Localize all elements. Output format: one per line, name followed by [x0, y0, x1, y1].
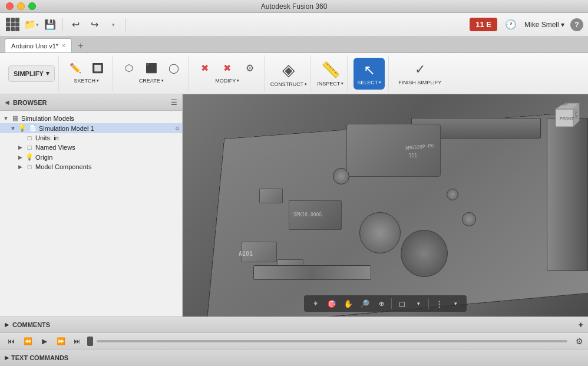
app-title: Autodesk Fusion 360	[261, 2, 328, 11]
select-icon: ↖	[364, 62, 375, 78]
help-button[interactable]: ?	[570, 18, 583, 31]
finish-icon: ✓	[415, 62, 425, 77]
finish-group: ✓ FINISH SIMPLIFY	[391, 55, 448, 92]
tab-bar: Arduino Uno v1* × +	[0, 37, 588, 53]
create-btn-1[interactable]: ⬡	[118, 61, 140, 75]
tab-close-button[interactable]: ×	[62, 42, 65, 49]
pcb-small-chip-2	[259, 189, 283, 203]
timeline-marker[interactable]	[87, 337, 93, 346]
pcb-cap-large-1	[359, 212, 401, 253]
skip-to-start-button[interactable]: ⏮	[5, 336, 18, 347]
look-at-button[interactable]: 🎯	[324, 297, 339, 310]
minimize-button[interactable]	[17, 2, 25, 10]
new-tab-button[interactable]: +	[74, 39, 87, 52]
svg-text:FRONT: FRONT	[560, 117, 574, 121]
display-mode-arrow[interactable]: ▾	[411, 297, 426, 310]
finish-simplify-button[interactable]: ✓ FINISH SIMPLIFY	[395, 58, 445, 90]
separator-2	[125, 18, 126, 31]
separator	[62, 18, 63, 31]
construct-icon: ◈	[282, 60, 295, 80]
viewport[interactable]: AMG328P-PU 111 SPK16.000G A101 FRON	[183, 94, 588, 316]
maximize-button[interactable]	[28, 2, 36, 10]
tree-item-origin[interactable]: ▶ 💡 Origin	[0, 152, 182, 162]
inspect-button[interactable]: INSPECT ▾	[317, 81, 343, 87]
comments-add-button[interactable]: +	[579, 320, 583, 329]
text-commands-label: TEXT COMMANDS	[11, 354, 68, 361]
text-commands-bar: ▶ TEXT COMMANDS	[0, 349, 588, 366]
pcb-small-cap-2	[462, 212, 476, 226]
main-content: ◀ BROWSER ☰ ▼ ▦ Simulation Models ▼ 💡 📄 …	[0, 94, 588, 316]
tree-item-sim-model-1[interactable]: ▼ 💡 📄 Simulation Model 1 ⚙	[0, 123, 182, 133]
modify-button[interactable]: MODIFY ▾	[212, 76, 243, 85]
construct-group: ◈ CONSTRUCT ▾	[267, 55, 312, 92]
create-button[interactable]: CREATE ▾	[136, 76, 167, 85]
view-cube-svg: FRONT RIGHT TOP	[547, 100, 582, 136]
select-button[interactable]: ↖ SELECT ▾	[354, 58, 385, 90]
simplify-button[interactable]: SIMPLIFY ▾	[8, 65, 55, 82]
sketch-btn-1[interactable]: ✏️	[65, 61, 86, 75]
file-button[interactable]: 📁▾	[24, 17, 39, 32]
save-button[interactable]: 💾	[42, 17, 58, 32]
close-button[interactable]	[6, 2, 14, 10]
tab-label: Arduino Uno v1*	[11, 42, 58, 50]
create-btn-2[interactable]: ⬛	[141, 61, 162, 75]
create-btn-3[interactable]: ◯	[163, 61, 184, 75]
window-controls	[6, 2, 36, 10]
playback-settings-button[interactable]: ⚙	[576, 337, 583, 346]
title-bar: Autodesk Fusion 360	[0, 0, 588, 13]
browser-header: ◀ BROWSER ☰	[0, 94, 182, 111]
playback-bar: ⏮ ⏪ ▶ ⏩ ⏭ ⚙	[0, 333, 588, 349]
view-cube[interactable]: FRONT RIGHT TOP	[547, 100, 582, 136]
inspect-group: 📏 INSPECT ▾	[313, 55, 348, 92]
redo-button[interactable]: ↪	[87, 17, 102, 32]
play-button[interactable]: ▶	[38, 336, 51, 347]
sketch-button[interactable]: SKETCH ▾	[70, 76, 103, 85]
clock-button[interactable]: 🕐	[503, 17, 518, 32]
pcb-connector-right	[547, 118, 588, 271]
step-forward-button[interactable]: ⏩	[54, 336, 67, 347]
sketch-group: ✏️ 🔲 SKETCH ▾	[61, 55, 113, 92]
step-back-button[interactable]: ⏪	[21, 336, 34, 347]
browser-panel: ◀ BROWSER ☰ ▼ ▦ Simulation Models ▼ 💡 📄 …	[0, 94, 183, 316]
svg-text:RIGHT: RIGHT	[574, 110, 578, 119]
modify-btn-3[interactable]: ⚙	[239, 61, 260, 75]
sketch-btn-2[interactable]: 🔲	[87, 61, 108, 75]
comments-bar: ▶ COMMENTS +	[0, 316, 588, 333]
view-options-arrow[interactable]: ▾	[448, 297, 463, 310]
undo-button[interactable]: ↩	[68, 17, 83, 32]
modify-group: ✖ ✖ ⚙ MODIFY ▾	[191, 55, 265, 92]
pan-button[interactable]: ✋	[341, 297, 356, 310]
browser-toggle[interactable]: ◀	[5, 99, 9, 105]
orbit-button[interactable]: ⌖	[308, 297, 323, 310]
inspect-icon: 📏	[321, 61, 340, 79]
timer-badge: 11 E	[470, 18, 497, 31]
comments-arrow[interactable]: ▶	[5, 322, 9, 328]
simplify-group: SIMPLIFY ▾	[5, 55, 59, 92]
zoom-fit-button[interactable]: 🔎	[357, 297, 372, 310]
modify-btn-2[interactable]: ✖	[217, 61, 238, 75]
undo-arrow[interactable]: ▾	[105, 17, 121, 32]
tree-item-named-views[interactable]: ▶ □ Named Views	[0, 143, 182, 152]
pcb-small-cap-1	[333, 168, 349, 184]
main-toolbar: 📁▾ 💾 ↩ ↪ ▾ 11 E 🕐 Mike Smell ▾ ?	[0, 13, 588, 37]
timeline-bar[interactable]	[97, 340, 567, 342]
display-mode-button[interactable]: ◻	[394, 297, 409, 310]
tree-item-model-components[interactable]: ▶ □ Model Components	[0, 162, 182, 172]
tree-item-sim-models[interactable]: ▼ ▦ Simulation Models	[0, 113, 182, 123]
pcb-spk-module	[289, 200, 342, 230]
active-tab[interactable]: Arduino Uno v1* ×	[5, 38, 72, 52]
zoom-in-button[interactable]: ⊕	[374, 297, 389, 310]
create-group: ⬡ ⬛ ◯ CREATE ▾	[115, 55, 189, 92]
viewport-bottom-toolbar: ⌖ 🎯 ✋ 🔎 ⊕ ◻ ▾ ⋮ ▾	[304, 295, 467, 312]
pcb-small-cap-3	[447, 189, 458, 200]
browser-settings-button[interactable]: ☰	[171, 98, 177, 107]
comments-label: COMMENTS	[12, 321, 50, 328]
modify-btn-1[interactable]: ✖	[194, 61, 216, 75]
apps-grid-button[interactable]	[5, 17, 20, 32]
construct-button[interactable]: CONSTRUCT ▾	[270, 81, 308, 87]
text-commands-arrow[interactable]: ▶	[5, 355, 9, 361]
view-options-button[interactable]: ⋮	[431, 297, 447, 310]
user-menu[interactable]: Mike Smell ▾	[524, 21, 564, 29]
tree-item-units[interactable]: □ Units: in	[0, 133, 182, 143]
skip-to-end-button[interactable]: ⏭	[71, 336, 84, 347]
